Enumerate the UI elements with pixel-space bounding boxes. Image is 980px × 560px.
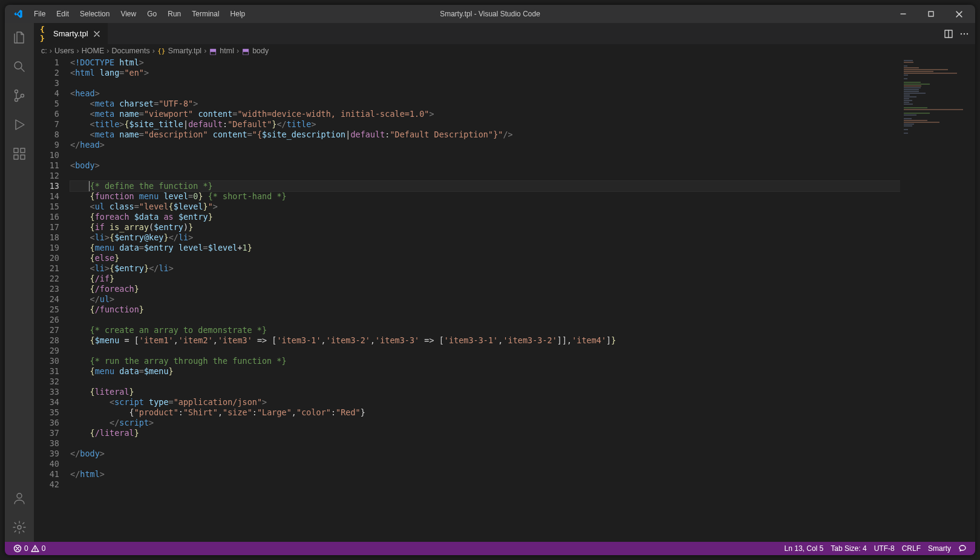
- run-debug-icon[interactable]: [5, 110, 34, 139]
- minimize-button[interactable]: [889, 5, 917, 23]
- close-button[interactable]: [945, 5, 973, 23]
- tab-close-icon[interactable]: [92, 29, 102, 39]
- status-tab-size[interactable]: Tab Size: 4: [827, 542, 870, 555]
- maximize-button[interactable]: [917, 5, 945, 23]
- code-line[interactable]: <meta name="description" content="{$site…: [70, 130, 900, 140]
- explorer-icon[interactable]: [5, 23, 34, 52]
- code-line[interactable]: [70, 377, 900, 387]
- code-line[interactable]: [70, 459, 900, 469]
- code-line[interactable]: <script type="application/json">: [70, 397, 900, 407]
- code-line[interactable]: {* create an array to demonstrate *}: [70, 325, 900, 335]
- code-line[interactable]: </ul>: [70, 294, 900, 305]
- search-icon[interactable]: [5, 52, 34, 81]
- code-line[interactable]: <meta name="viewport" content="width=dev…: [70, 109, 900, 119]
- breadcrumb-item[interactable]: Documents: [111, 47, 149, 55]
- menu-help[interactable]: Help: [226, 8, 250, 20]
- code-line[interactable]: {menu data=$entry level=$level+1}: [70, 243, 900, 253]
- code-line[interactable]: [70, 150, 900, 160]
- code-line[interactable]: <meta charset="UTF-8">: [70, 99, 900, 109]
- more-actions-icon[interactable]: [957, 27, 972, 41]
- code-line[interactable]: <li>{$entry}</li>: [70, 263, 900, 274]
- scrollbar[interactable]: [967, 58, 975, 542]
- breadcrumb-item[interactable]: HOME: [82, 47, 105, 55]
- code-line[interactable]: <html lang="en">: [70, 68, 900, 78]
- breadcrumb[interactable]: c:›Users›HOME›Documents›{}Smarty.tpl›⬒ht…: [34, 44, 975, 58]
- minimap[interactable]: [900, 58, 967, 542]
- code-line[interactable]: {literal}: [70, 387, 900, 397]
- svg-rect-0: [929, 12, 933, 16]
- code-line[interactable]: [70, 171, 900, 181]
- symbol-icon: ⬒: [209, 47, 217, 55]
- code-line[interactable]: {"product":"Shirt","size":"Large","color…: [70, 407, 900, 418]
- breadcrumb-item[interactable]: c:: [41, 47, 47, 55]
- breadcrumb-item[interactable]: Users: [54, 47, 74, 55]
- menu-go[interactable]: Go: [142, 8, 162, 20]
- status-eol[interactable]: CRLF: [898, 542, 924, 555]
- code-line[interactable]: [70, 438, 900, 449]
- code-line[interactable]: </head>: [70, 140, 900, 150]
- status-language[interactable]: Smarty: [924, 542, 955, 555]
- code-line[interactable]: <title>{$site_title|default:"Default"}</…: [70, 119, 900, 130]
- editor[interactable]: 1234567891011121314151617181920212223242…: [34, 58, 975, 542]
- code-line[interactable]: {foreach $data as $entry}: [70, 212, 900, 222]
- vscode-logo-icon: [13, 9, 23, 19]
- svg-rect-7: [21, 155, 25, 159]
- code-line[interactable]: </html>: [70, 469, 900, 479]
- status-cursor-position[interactable]: Ln 13, Col 5: [781, 542, 828, 555]
- status-feedback-icon[interactable]: [955, 542, 970, 555]
- code-line[interactable]: {menu data=$menu}: [70, 366, 900, 377]
- code-line[interactable]: {/if}: [70, 274, 900, 284]
- code-line[interactable]: {/function}: [70, 305, 900, 315]
- code-line[interactable]: {function menu level=0} {* short-hand *}: [70, 191, 900, 202]
- chevron-right-icon: ›: [77, 47, 79, 55]
- extensions-icon[interactable]: [5, 139, 34, 168]
- code-line[interactable]: {/foreach}: [70, 284, 900, 294]
- code-line[interactable]: {/literal}: [70, 428, 900, 438]
- code-line[interactable]: [70, 78, 900, 88]
- svg-rect-5: [14, 148, 18, 153]
- menubar: FileEditSelectionViewGoRunTerminalHelp: [29, 8, 250, 20]
- breadcrumb-item[interactable]: ⬒html: [209, 47, 234, 55]
- line-number-gutter: 1234567891011121314151617181920212223242…: [34, 58, 70, 542]
- accounts-icon[interactable]: [5, 484, 34, 513]
- split-editor-icon[interactable]: [941, 27, 956, 41]
- code-line[interactable]: <!DOCTYPE html>: [70, 58, 900, 68]
- code-line[interactable]: <body>: [70, 160, 900, 171]
- code-line[interactable]: [70, 479, 900, 490]
- breadcrumb-item[interactable]: {}Smarty.tpl: [157, 47, 201, 55]
- code-line[interactable]: {* define the function *}: [70, 181, 900, 191]
- menu-selection[interactable]: Selection: [75, 8, 114, 20]
- breadcrumb-item[interactable]: ⬒body: [241, 47, 269, 55]
- chevron-right-icon: ›: [237, 47, 239, 55]
- svg-point-9: [17, 493, 22, 498]
- code-area[interactable]: <!DOCTYPE html><html lang="en"><head> <m…: [70, 58, 900, 542]
- status-bar: 0 0 Ln 13, Col 5 Tab Size: 4 UTF-8 CRLF …: [5, 542, 975, 555]
- menu-terminal[interactable]: Terminal: [187, 8, 224, 20]
- code-line[interactable]: <head>: [70, 88, 900, 99]
- status-encoding[interactable]: UTF-8: [871, 542, 898, 555]
- code-line[interactable]: {* run the array through the function *}: [70, 356, 900, 366]
- svg-rect-6: [14, 155, 18, 159]
- code-line[interactable]: </script>: [70, 418, 900, 428]
- svg-point-14: [967, 33, 968, 34]
- status-problems[interactable]: 0 0: [10, 542, 49, 555]
- editor-tab[interactable]: { } Smarty.tpl: [34, 23, 108, 44]
- settings-gear-icon[interactable]: [5, 513, 34, 542]
- source-control-icon[interactable]: [5, 81, 34, 110]
- menu-run[interactable]: Run: [163, 8, 186, 20]
- activity-bar: [5, 23, 34, 542]
- code-line[interactable]: <ul class="level{$level}">: [70, 202, 900, 212]
- titlebar: FileEditSelectionViewGoRunTerminalHelp S…: [5, 5, 975, 23]
- code-line[interactable]: [70, 346, 900, 356]
- menu-edit[interactable]: Edit: [51, 8, 74, 20]
- code-line[interactable]: {$menu = ['item1','item2','item3' => ['i…: [70, 335, 900, 346]
- chevron-right-icon: ›: [106, 47, 109, 55]
- menu-file[interactable]: File: [29, 8, 50, 20]
- code-line[interactable]: </body>: [70, 449, 900, 459]
- code-line[interactable]: {else}: [70, 253, 900, 263]
- code-line[interactable]: {if is_array($entry)}: [70, 222, 900, 232]
- menu-view[interactable]: View: [116, 8, 141, 20]
- code-line[interactable]: [70, 315, 900, 325]
- code-line[interactable]: <li>{$entry@key}</li>: [70, 232, 900, 243]
- svg-point-10: [18, 525, 21, 529]
